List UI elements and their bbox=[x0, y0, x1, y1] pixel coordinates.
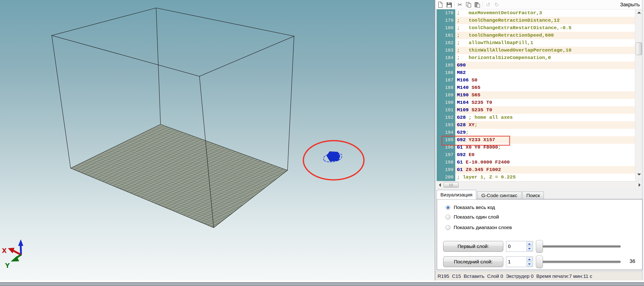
code-line-194[interactable]: 194G29; bbox=[437, 129, 635, 136]
line-number: 195 bbox=[437, 136, 455, 144]
code-line-197[interactable]: 197G92 E0 bbox=[437, 151, 635, 159]
first-layer-spinner[interactable]: 0 bbox=[506, 241, 533, 252]
first-layer-button[interactable]: Первый слой: bbox=[443, 241, 503, 252]
code-line-198[interactable]: 198G1 E-10.0000 F2400 bbox=[437, 159, 635, 166]
line-number: 186 bbox=[437, 69, 455, 77]
tab-visualization[interactable]: Визуализация bbox=[437, 190, 476, 199]
last-layer-slider[interactable] bbox=[536, 255, 622, 268]
last-layer-spinner[interactable]: 1 bbox=[506, 256, 533, 267]
code-line-182[interactable]: 182; allowThinWallGapFill,1 bbox=[437, 39, 635, 47]
code-line-200[interactable]: 200; layer 1, Z = 0.225 bbox=[437, 174, 635, 181]
radio-label: Показать весь код bbox=[454, 205, 495, 210]
last-layer-value[interactable]: 1 bbox=[508, 257, 511, 267]
scroll-left-arrow[interactable] bbox=[437, 182, 443, 188]
code-line-178[interactable]: 178; maxMovementDetourFactor,3 bbox=[437, 9, 635, 17]
window-bottom-frame bbox=[0, 280, 644, 286]
line-number: 192 bbox=[437, 114, 455, 121]
radio-show-layer-range[interactable]: Показать диапазон слоев bbox=[446, 225, 512, 230]
radio-button[interactable] bbox=[446, 225, 450, 230]
code-line-184[interactable]: 184; horizontalSizeCompensation,0 bbox=[437, 54, 635, 62]
status-bar: R195 C15 Вставить Слой 0 Экструдер 0 Вре… bbox=[435, 271, 644, 280]
redo-icon[interactable]: ↻ bbox=[494, 2, 500, 8]
code-line-185[interactable]: 185G90 bbox=[437, 62, 635, 69]
line-number: 185 bbox=[437, 62, 455, 69]
tab-search[interactable]: Поиск bbox=[522, 191, 544, 199]
vertical-scrollbar[interactable] bbox=[635, 9, 643, 178]
line-number: 182 bbox=[437, 39, 455, 47]
scroll-up-arrow[interactable] bbox=[635, 10, 643, 16]
code-line-186[interactable]: 186M82 bbox=[437, 69, 635, 77]
viewport-background bbox=[0, 0, 435, 280]
x-axis-label: X bbox=[2, 247, 7, 254]
slider-thumb[interactable] bbox=[536, 240, 543, 253]
line-number: 190 bbox=[437, 99, 455, 106]
line-number: 200 bbox=[437, 174, 455, 181]
line-number: 193 bbox=[437, 121, 455, 129]
code-line-183[interactable]: 183; thinWallAllowedOverlapPercentage,10 bbox=[437, 47, 635, 54]
line-number: 197 bbox=[437, 151, 455, 159]
code-line-180[interactable]: 180; toolChangeExtraRestartDistance,-0.5 bbox=[437, 24, 635, 32]
slider-groove[interactable] bbox=[539, 245, 621, 248]
toolbar-separator bbox=[454, 2, 454, 8]
viewport-3d[interactable]: Z X Y bbox=[0, 0, 435, 280]
spinner-up-button[interactable] bbox=[526, 257, 532, 261]
code-rows: 178; maxMovementDetourFactor,3179; toolC… bbox=[437, 9, 635, 181]
line-number: 183 bbox=[437, 47, 455, 54]
code-line-179[interactable]: 179; toolChangeRetractionDistance,12 bbox=[437, 17, 635, 24]
spinner-down-button[interactable] bbox=[526, 262, 532, 266]
editor-toolbar: ✂ ↺ ↻ Закрыть bbox=[435, 0, 644, 9]
paste-icon[interactable] bbox=[474, 2, 480, 8]
first-layer-value[interactable]: 0 bbox=[508, 241, 511, 251]
line-number: 181 bbox=[437, 32, 455, 39]
code-line-191[interactable]: 191M109 S235 T0 bbox=[437, 106, 635, 114]
line-number: 179 bbox=[437, 17, 455, 24]
spinner-up-button[interactable] bbox=[526, 242, 532, 246]
radio-button[interactable] bbox=[446, 205, 450, 210]
gcode-editor[interactable]: 178; maxMovementDetourFactor,3179; toolC… bbox=[437, 9, 635, 181]
code-line-181[interactable]: 181; toolChangeRetractionSpeed,600 bbox=[437, 32, 635, 39]
code-line-199[interactable]: 199G1 Z0.345 F1002 bbox=[437, 166, 635, 174]
code-line-193[interactable]: 193G28 XY; bbox=[437, 121, 635, 129]
application-window: Z X Y ✂ bbox=[0, 0, 644, 286]
code-line-192[interactable]: 192G28 ; home all axes bbox=[437, 114, 635, 121]
line-number: 199 bbox=[437, 166, 455, 174]
line-number: 194 bbox=[437, 129, 455, 136]
layer-max-label: 36 bbox=[630, 258, 635, 264]
code-line-188[interactable]: 188M140 S65 bbox=[437, 84, 635, 91]
line-number: 178 bbox=[437, 9, 455, 17]
copy-icon[interactable] bbox=[465, 2, 472, 8]
line-number: 188 bbox=[437, 84, 455, 91]
cut-icon[interactable]: ✂ bbox=[457, 2, 463, 8]
new-file-icon[interactable] bbox=[437, 2, 444, 8]
horizontal-scrollbar[interactable] bbox=[437, 181, 643, 188]
code-line-195[interactable]: 195G92 Y233 X157 bbox=[437, 136, 635, 144]
gcode-panel: ✂ ↺ ↻ Закрыть 178; maxMovementDetourFact… bbox=[435, 0, 644, 280]
code-line-190[interactable]: 190M104 S235 T0 bbox=[437, 99, 635, 106]
code-line-196[interactable]: 196G1 X0 Y0 F8000; bbox=[437, 144, 635, 151]
toolbar-separator bbox=[482, 2, 483, 8]
slider-thumb[interactable] bbox=[536, 255, 543, 268]
radio-label: Показать один слой bbox=[454, 214, 499, 220]
undo-icon[interactable]: ↺ bbox=[485, 2, 492, 8]
slider-groove[interactable] bbox=[539, 260, 621, 263]
radio-label: Показать диапазон слоев bbox=[454, 225, 512, 230]
horizontal-scroll-thumb[interactable] bbox=[444, 182, 458, 188]
last-layer-button[interactable]: Последний слой: bbox=[443, 256, 503, 267]
code-line-189[interactable]: 189M190 S65 bbox=[437, 91, 635, 99]
line-number: 198 bbox=[437, 159, 455, 166]
first-layer-slider[interactable] bbox=[536, 239, 622, 253]
radio-show-one-layer[interactable]: Показать один слой bbox=[446, 214, 499, 220]
vertical-scroll-thumb[interactable] bbox=[636, 43, 642, 55]
radio-show-all-code[interactable]: Показать весь код bbox=[446, 205, 495, 210]
line-number: 184 bbox=[437, 54, 455, 62]
status-text: R195 C15 Вставить Слой 0 Экструдер 0 Вре… bbox=[438, 273, 592, 279]
save-icon[interactable] bbox=[446, 2, 452, 8]
line-number: 191 bbox=[437, 106, 455, 114]
tab-gcode-syntax[interactable]: G-Code синтакс bbox=[477, 191, 522, 199]
scroll-down-arrow[interactable] bbox=[635, 172, 643, 177]
radio-button[interactable] bbox=[446, 215, 450, 219]
close-button[interactable]: Закрыть bbox=[620, 0, 640, 9]
code-line-187[interactable]: 187M106 S0 bbox=[437, 77, 635, 84]
spinner-down-button[interactable] bbox=[526, 246, 532, 251]
scroll-right-arrow[interactable] bbox=[637, 182, 642, 188]
